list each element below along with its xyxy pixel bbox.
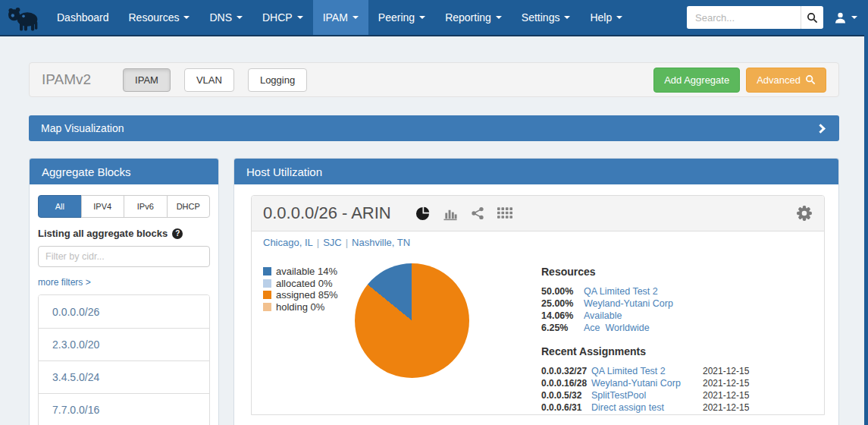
- grid-icon[interactable]: [497, 207, 512, 219]
- aggregate-blocks-body: All IPV4 IPv6 DHCP Listing all aggregate…: [30, 184, 218, 425]
- aggregate-block-item[interactable]: 7.7.0.0/16: [39, 393, 209, 425]
- assignment-link[interactable]: Direct assign test: [591, 401, 703, 414]
- recent-assignments-heading: Recent Assignments: [541, 345, 822, 357]
- caret-down-icon: [496, 16, 502, 19]
- nav-item-settings[interactable]: Settings: [512, 0, 581, 35]
- caret-down-icon: [297, 16, 303, 19]
- bar-chart-icon[interactable]: [443, 206, 458, 221]
- location-link[interactable]: Nashville, TN: [352, 237, 410, 248]
- resource-link[interactable]: Ace Worldwide: [584, 322, 650, 334]
- resource-link[interactable]: QA Limited Test 2: [584, 285, 658, 298]
- assignment-link[interactable]: SplitTestPool: [591, 389, 703, 401]
- nav-item-dashboard[interactable]: Dashboard: [47, 0, 119, 35]
- host-utilization-title: Host Utilization: [246, 165, 322, 178]
- filter-tab-ipv4[interactable]: IPV4: [81, 195, 125, 218]
- add-aggregate-button[interactable]: Add Aggregate: [653, 68, 740, 93]
- panda-logo-icon: [5, 3, 42, 32]
- legend-item: available 14%: [263, 266, 338, 278]
- caret-down-icon: [851, 16, 857, 19]
- location-link[interactable]: Chicago, IL: [263, 237, 313, 248]
- search-input[interactable]: [687, 6, 801, 29]
- nav-item-ipam[interactable]: IPAM: [313, 0, 368, 35]
- vertical-scrollbar[interactable]: [864, 0, 868, 425]
- filter-tab-dhcp[interactable]: DHCP: [167, 195, 211, 218]
- host-utilization-header: Host Utilization: [234, 159, 838, 184]
- assignment-date: 2021-12-15: [703, 401, 749, 414]
- resource-percent: 25.00%: [541, 298, 584, 310]
- assignment-row: 0.0.0.32/27QA Limited Test 22021-12-15: [541, 365, 822, 377]
- resource-row: 25.00%Weyland-Yutani Corp: [541, 298, 822, 310]
- user-icon: [834, 11, 847, 24]
- resource-row: 6.25%Ace Worldwide: [541, 322, 822, 334]
- aggregate-blocks-title: Aggregate Blocks: [42, 165, 131, 178]
- aggregate-block-item[interactable]: 2.3.0.0/20: [39, 328, 209, 360]
- resource-row: 14.06%Available: [541, 310, 822, 322]
- filter-tab-all[interactable]: All: [38, 195, 82, 218]
- help-circle-icon[interactable]: [172, 228, 183, 239]
- assignment-cidr: 0.0.0.0/30: [541, 414, 591, 415]
- main-nav: Dashboard Resources DNS DHCP IPAM Peerin…: [47, 0, 632, 35]
- advanced-search-button[interactable]: Advanced: [746, 68, 826, 93]
- user-menu[interactable]: [834, 11, 857, 24]
- utilization-chart-area: available 14% allocated 0% assigned 85% …: [252, 253, 824, 415]
- nav-label: Reporting: [445, 11, 491, 24]
- page-title: IPAMv2: [42, 71, 91, 88]
- chevron-right-icon: [816, 124, 826, 134]
- assignment-link[interactable]: Ace Worldwide: [591, 414, 703, 415]
- assignment-row: 0.0.0.16/28Weyland-Yutani Corp2021-12-15: [541, 377, 822, 389]
- assignment-date: 2021-12-15: [703, 365, 749, 377]
- gear-icon: [796, 205, 813, 222]
- header-actions: Add Aggregate Advanced: [653, 68, 826, 93]
- filter-tab-ipv6[interactable]: IPv6: [124, 195, 168, 218]
- assignment-cidr: 0.0.0.5/32: [541, 389, 591, 401]
- tab-ipam[interactable]: IPAM: [123, 68, 171, 92]
- nav-item-help[interactable]: Help: [580, 0, 632, 35]
- map-visualization-bar[interactable]: Map Visualization: [29, 115, 839, 141]
- host-data-column: Resources 50.00%QA Limited Test 2 25.00%…: [541, 253, 822, 415]
- assignment-link[interactable]: QA Limited Test 2: [591, 365, 703, 377]
- resource-percent: 6.25%: [541, 322, 584, 334]
- location-link[interactable]: SJC: [323, 237, 342, 248]
- nav-item-dhcp[interactable]: DHCP: [252, 0, 313, 35]
- nav-label: Peering: [378, 11, 415, 24]
- tab-logging[interactable]: Logging: [248, 68, 307, 92]
- resource-link[interactable]: Weyland-Yutani Corp: [584, 298, 673, 310]
- aggregate-blocks-header: Aggregate Blocks: [30, 159, 218, 184]
- nav-item-peering[interactable]: Peering: [368, 0, 435, 35]
- caret-down-icon: [564, 16, 570, 19]
- aggregate-block-item[interactable]: 3.4.5.0/24: [39, 360, 209, 393]
- nav-item-reporting[interactable]: Reporting: [435, 0, 512, 35]
- legend-swatch: [263, 291, 271, 299]
- assignment-cidr: 0.0.0.16/28: [541, 377, 591, 389]
- tab-vlan[interactable]: VLAN: [184, 68, 234, 92]
- app-logo[interactable]: [0, 0, 47, 35]
- share-icon[interactable]: [471, 206, 484, 220]
- assignment-cidr: 0.0.0.6/31: [541, 401, 591, 414]
- assignment-date: 2021-12-15: [703, 377, 749, 389]
- pie-chart-icon[interactable]: [415, 206, 430, 221]
- host-utilization-panel: Host Utilization 0.0.0.0/26 - ARIN: [233, 158, 839, 425]
- cidr-filter-input[interactable]: [38, 246, 210, 267]
- nav-label: DNS: [209, 11, 232, 24]
- legend-item: assigned 85%: [263, 289, 338, 301]
- view-tabs: IPAM VLAN Logging: [123, 68, 307, 92]
- pie-chart[interactable]: [355, 263, 469, 378]
- settings-gear-button[interactable]: [796, 205, 813, 222]
- page-header: IPAMv2 IPAM VLAN Logging Add Aggregate A…: [29, 62, 839, 97]
- legend-swatch: [263, 267, 271, 275]
- aggregate-blocks-panel: Aggregate Blocks All IPV4 IPv6 DHCP List…: [29, 158, 219, 425]
- assignment-row: 0.0.0.6/31Direct assign test2021-12-15: [541, 401, 822, 414]
- nav-label: Settings: [522, 11, 560, 24]
- search-button[interactable]: [801, 6, 823, 29]
- nav-label: Help: [590, 11, 612, 24]
- aggregate-block-item[interactable]: 0.0.0.0/26: [39, 295, 209, 328]
- legend-label: allocated 0%: [276, 278, 332, 290]
- nav-item-dns[interactable]: DNS: [199, 0, 252, 35]
- nav-item-resources[interactable]: Resources: [119, 0, 200, 35]
- assignment-row: 0.0.0.5/32SplitTestPool2021-12-15: [541, 389, 822, 401]
- more-filters-link[interactable]: more filters >: [38, 277, 91, 288]
- assignment-link[interactable]: Weyland-Yutani Corp: [591, 377, 703, 389]
- resource-link[interactable]: Available: [584, 310, 622, 322]
- nav-label: Dashboard: [57, 11, 109, 24]
- top-navbar: Dashboard Resources DNS DHCP IPAM Peerin…: [0, 0, 868, 36]
